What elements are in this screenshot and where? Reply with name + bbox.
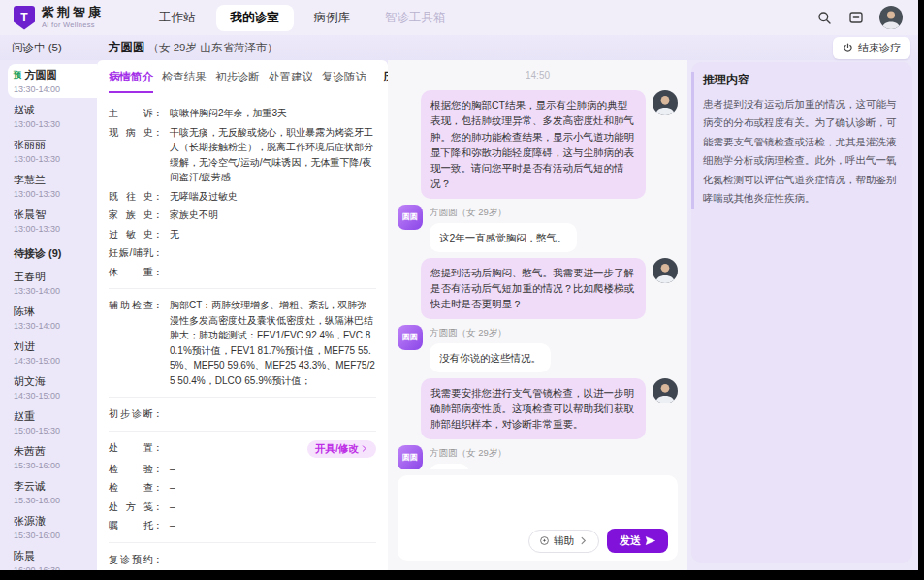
tab-preliminary-diagnosis[interactable]: 初步诊断 [215, 70, 260, 93]
field-value: 家族史不明 [170, 208, 376, 223]
patient-list-item[interactable]: 王春明13:30-14:00 [8, 266, 97, 300]
form-row-past-history: 既往史：无哮喘及过敏史 [109, 189, 376, 205]
patient-item-name: 张丽丽 [14, 138, 93, 152]
chat-messages: 根据您的胸部CT结果，显示有尘肺病的典型表现，包括肺纹理异常、多发高密度灶和肺气… [398, 84, 678, 469]
patient-list-item[interactable]: 张晨智13:00-13:30 [8, 204, 97, 238]
field-value: – [170, 462, 376, 477]
patient-list-item[interactable]: 预方圆圆13:30-14:00 [8, 64, 97, 98]
search-icon[interactable] [815, 10, 832, 26]
field-value: – [170, 518, 376, 533]
patient-item-name: 预方圆圆 [14, 68, 93, 82]
patient-item-name: 陈琳 [14, 305, 93, 319]
field-colon: ： [153, 462, 163, 477]
end-session-button[interactable]: 结束诊疗 [833, 37, 910, 59]
nav-item-smart-toolbox[interactable]: 智诊工具箱 [370, 5, 461, 31]
record-form: 主诉：咳嗽伴胸闷2年余，加重3天现病史：干咳无痰，无反酸或烧心，职业暴露为烤瓷牙… [97, 93, 388, 570]
field-label: 初步诊断 [109, 406, 153, 422]
patient-message: 圆圆方圆圆（女 29岁）没有你说的这些情况。 [398, 325, 678, 372]
queue-status: 问诊中 (5) [12, 41, 109, 55]
chevron-right-icon [360, 444, 368, 453]
patient-list-item[interactable]: 刘进14:30-15:00 [8, 336, 97, 370]
patient-header: 方圆圆 （女 29岁 山东省菏泽市） [109, 40, 833, 56]
form-row-followup-appointment: 复诊预约： [109, 552, 376, 567]
patient-list-item[interactable]: 陈晨16:00-16:30 [8, 545, 97, 570]
main-nav: 工作站我的诊室病例库智诊工具箱 [144, 5, 461, 31]
field-colon: ： [153, 189, 163, 205]
brand-subtitle: AI for Wellness [42, 20, 104, 29]
brand-title: 紫荆智康 [42, 6, 104, 19]
dispense-modify-button[interactable]: 开具/修改 [307, 440, 376, 458]
field-colon: ： [153, 106, 163, 121]
send-label: 发送 [620, 533, 641, 548]
patient-meta: （女 29岁 山东省菏泽市） [148, 41, 278, 55]
field-label: 主诉 [109, 106, 153, 121]
doctor-message: 根据您的胸部CT结果，显示有尘肺病的典型表现，包括肺纹理异常、多发高密度灶和肺气… [398, 90, 678, 199]
field-label: 现病史 [109, 125, 153, 141]
brand-text: 紫荆智康 AI for Wellness [42, 6, 104, 28]
patient-list-item[interactable]: 胡文海14:30-15:00 [8, 371, 97, 404]
field-colon: ： [153, 480, 163, 496]
appointment-tag: 预 [14, 70, 22, 81]
chat-timestamp: 14:50 [398, 64, 678, 84]
form-row-prescription: 处方笺：– [109, 499, 376, 515]
patient-message-body: 方圆圆（女 29岁）这2年一直感觉胸闷，憋气。 [430, 205, 577, 252]
patient-list-item[interactable]: 赵诚13:00-13:30 [8, 99, 97, 133]
patient-list-item[interactable]: 陈琳13:30-14:00 [8, 301, 97, 335]
form-row-preliminary-diagnosis: 初步诊断： [109, 406, 376, 422]
tab-followup-visit[interactable]: 复诊随访 [322, 70, 366, 93]
patient-list-item[interactable]: 朱茜茜15:30-16:00 [8, 440, 97, 474]
patient-avatar: 圆圆 [398, 325, 423, 350]
field-colon: ： [153, 125, 163, 141]
brand-logo: T 紫荆智康 AI for Wellness [14, 6, 104, 30]
field-value: 咳嗽伴胸闷2年余，加重3天 [170, 106, 376, 121]
nav-item-my-clinic[interactable]: 我的诊室 [216, 5, 294, 31]
patient-item-time: 15:30-16:00 [14, 461, 93, 470]
reasoning-panel: 推理内容 患者提到没有运动后加重的情况，这可能与病变的分布或程度有关。为了确认诊… [691, 62, 912, 563]
reasoning-text: 患者提到没有运动后加重的情况，这可能与病变的分布或程度有关。为了确认诊断，可能需… [703, 95, 901, 209]
field-value: – [170, 480, 376, 496]
tab-condition-summary[interactable]: 病情简介 [109, 70, 153, 93]
patient-list-item[interactable]: 李慧兰13:00-13:30 [8, 169, 97, 203]
sidebar-section-title: 待接诊 (9) [8, 239, 97, 266]
patient-message-body: 方圆圆（女 29岁）没有你说的这些情况。 [430, 325, 551, 372]
field-label: 体重 [109, 265, 153, 280]
field-label: 检验 [109, 462, 153, 477]
field-colon: ： [153, 440, 163, 456]
form-group: 处置：开具/修改检验：–检查：–处方笺：–嘱托：– [109, 432, 376, 543]
field-colon: ： [153, 499, 163, 515]
consult-header: 问诊中 (5) 方圆圆 （女 29岁 山东省菏泽市） 结束诊疗 [0, 35, 918, 60]
patient-list-item[interactable]: 李云诚15:30-16:00 [8, 475, 97, 509]
field-colon: ： [153, 406, 163, 422]
patient-item-time: 13:00-13:30 [14, 189, 93, 199]
form-row-chief-complaint: 主诉：咳嗽伴胸闷2年余，加重3天 [109, 106, 376, 121]
patient-list-sidebar: 预方圆圆13:30-14:00赵诚13:00-13:30张丽丽13:00-13:… [0, 60, 97, 570]
tab-disposal-advice[interactable]: 处置建议 [269, 70, 313, 93]
patient-item-name: 刘进 [14, 339, 93, 354]
patient-item-name: 张源澈 [14, 514, 93, 529]
send-button[interactable]: 发送 [607, 529, 668, 553]
chat-actions: 辅助 发送 [407, 529, 668, 553]
message-icon[interactable] [847, 10, 864, 26]
form-row-present-illness: 现病史：干咳无痰，无反酸或烧心，职业暴露为烤瓷牙工人（长期接触粉尘），脱离工作环… [109, 125, 376, 185]
form-group: 辅助检查：胸部CT：两肺纹理增多、增粗、紊乱，双肺弥漫性多发高密度灶及囊状低密度… [109, 289, 376, 398]
assist-button[interactable]: 辅助 [528, 530, 599, 553]
field-colon: ： [153, 208, 163, 223]
patient-item-time: 13:30-14:00 [14, 286, 93, 296]
patient-item-time: 13:00-13:30 [14, 119, 93, 129]
form-row-allergy-history: 过敏史：无 [109, 227, 376, 242]
patient-item-time: 15:30-16:00 [14, 531, 93, 540]
field-label: 过敏史 [109, 227, 153, 242]
chat-input[interactable] [407, 483, 668, 529]
medical-record-panel: 病情简介检查结果初步诊断处置建议复诊随访历史就诊 主诉：咳嗽伴胸闷2年余，加重3… [97, 60, 388, 570]
tab-exam-results[interactable]: 检查结果 [162, 70, 207, 93]
doctor-message: 您提到活动后胸闷、憋气。我需要进一步了解是否有活动后气短加重的情况？比如爬楼梯或… [398, 258, 678, 319]
user-avatar[interactable] [879, 6, 903, 29]
field-label: 处方笺 [109, 499, 153, 515]
patient-list-item[interactable]: 张源澈15:30-16:00 [8, 510, 97, 544]
nav-item-case-library[interactable]: 病例库 [300, 5, 366, 31]
chat-input-box: 辅助 发送 [398, 475, 678, 561]
patient-list-item[interactable]: 张丽丽13:00-13:30 [8, 134, 97, 168]
nav-item-workstation[interactable]: 工作站 [144, 5, 210, 31]
patient-list-item[interactable]: 赵重15:00-15:30 [8, 405, 97, 439]
doctor-bubble: 我需要安排您进行支气管镜检查，以进一步明确肺部病变性质。这项检查可以帮助我们获取… [421, 378, 646, 439]
